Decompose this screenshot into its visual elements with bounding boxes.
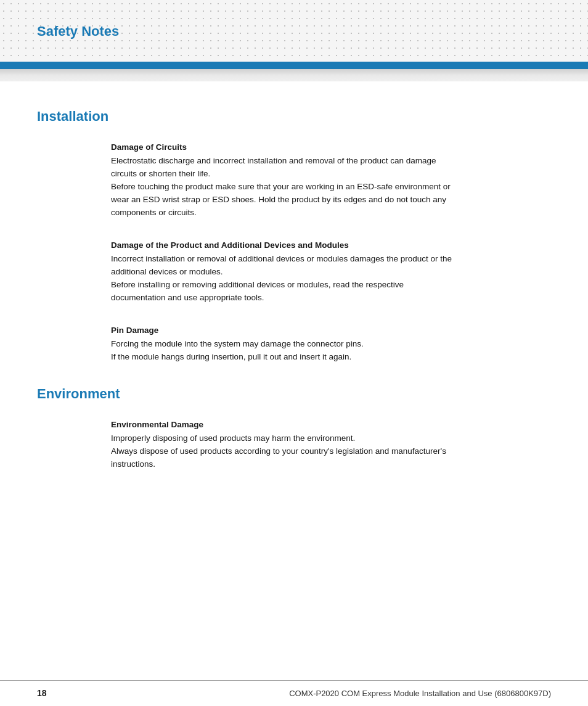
note-damage-product: Damage of the Product and Additional Dev… [111, 239, 551, 305]
section-installation: Installation Damage of Circuits Electros… [37, 106, 551, 364]
note-text-pin: Forcing the module into the system may d… [111, 338, 551, 364]
header-title-bar: Safety Notes [0, 16, 588, 46]
note-pin-damage: Pin Damage Forcing the module into the s… [111, 324, 551, 364]
note-title-circuits: Damage of Circuits [111, 141, 551, 154]
note-text-product: Incorrect installation or removal of add… [111, 253, 551, 305]
section-environment: Environment Environmental Damage Imprope… [37, 384, 551, 471]
page-footer: 18 COMX-P2020 COM Express Module Install… [0, 680, 588, 706]
page-wrapper: Safety Notes Installation Damage of Circ… [0, 0, 588, 706]
page-title: Safety Notes [37, 23, 119, 39]
note-title-env: Environmental Damage [111, 419, 551, 431]
section-title-installation: Installation [37, 106, 551, 126]
note-damage-circuits: Damage of Circuits Electrostatic dischar… [111, 141, 551, 220]
note-env-damage: Environmental Damage Improperly disposin… [111, 419, 551, 471]
blue-bar-divider [0, 62, 588, 69]
gray-band-divider [0, 69, 588, 81]
installation-notes: Damage of Circuits Electrostatic dischar… [37, 141, 551, 364]
footer-page-number: 18 [37, 687, 47, 700]
note-text-circuits: Electrostatic discharge and incorrect in… [111, 155, 551, 220]
note-text-env: Improperly disposing of used products ma… [111, 432, 551, 471]
note-title-pin: Pin Damage [111, 324, 551, 337]
header-area: Safety Notes [0, 0, 588, 62]
content-area: Installation Damage of Circuits Electros… [0, 81, 588, 680]
environment-notes: Environmental Damage Improperly disposin… [37, 419, 551, 471]
section-title-environment: Environment [37, 384, 551, 404]
footer-document-title: COMX-P2020 COM Express Module Installati… [289, 688, 551, 700]
note-title-product: Damage of the Product and Additional Dev… [111, 239, 551, 252]
